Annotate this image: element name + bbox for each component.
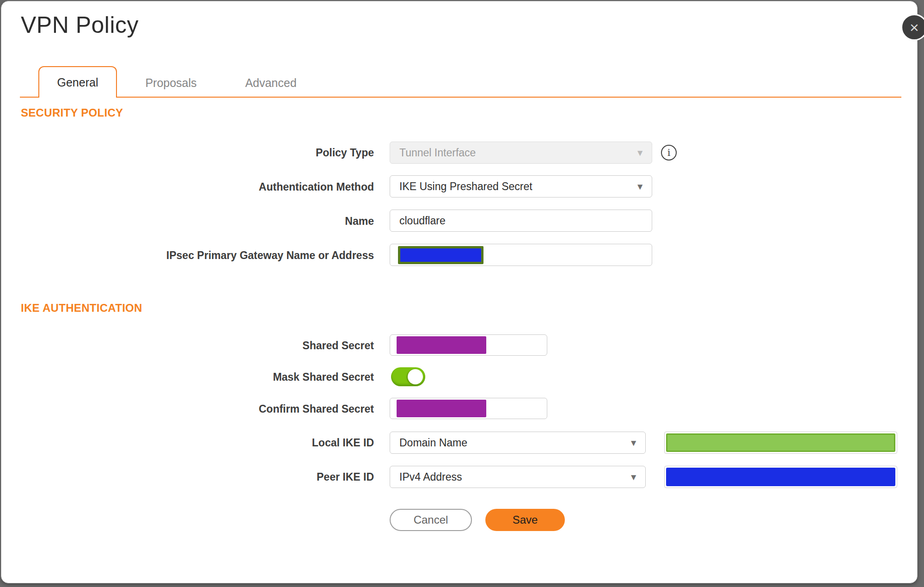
peer-ike-id-label: Peer IKE ID — [48, 471, 374, 483]
local-ike-id-value: Domain Name — [399, 437, 467, 449]
confirm-shared-secret-input[interactable] — [390, 398, 547, 419]
gateway-redaction-block — [398, 246, 483, 264]
gateway-input[interactable] — [390, 244, 652, 266]
chevron-down-icon: ▼ — [636, 148, 644, 157]
peer-ike-id-select[interactable]: IPv4 Address ▼ — [390, 466, 646, 488]
section-heading-ike-authentication: IKE AUTHENTICATION — [21, 302, 142, 315]
authentication-method-value: IKE Using Preshared Secret — [399, 180, 532, 193]
close-button[interactable]: × — [901, 14, 924, 41]
shared-secret-input[interactable] — [390, 334, 547, 356]
local-ike-id-label: Local IKE ID — [48, 437, 374, 449]
close-icon: × — [910, 19, 919, 35]
local-ike-id-redaction-block — [666, 433, 895, 452]
section-heading-security-policy: SECURITY POLICY — [21, 106, 123, 119]
cancel-button[interactable]: Cancel — [390, 509, 472, 531]
local-ike-id-value-input[interactable] — [664, 432, 897, 454]
name-input[interactable]: cloudflare — [390, 210, 652, 232]
authentication-method-label: Authentication Method — [48, 181, 374, 193]
tab-general-label: General — [57, 76, 98, 89]
chevron-down-icon: ▼ — [629, 473, 638, 482]
shared-secret-redaction-block — [397, 336, 486, 354]
vpn-policy-dialog: VPN Policy General Proposals Advanced SE… — [1, 1, 918, 583]
toggle-knob — [408, 369, 423, 384]
chevron-down-icon: ▼ — [629, 439, 638, 447]
tab-proposals[interactable]: Proposals — [143, 76, 199, 90]
chevron-down-icon: ▼ — [636, 182, 644, 191]
name-label: Name — [48, 215, 374, 227]
page-title: VPN Policy — [21, 12, 139, 38]
mask-shared-secret-label: Mask Shared Secret — [48, 371, 374, 383]
confirm-shared-secret-label: Confirm Shared Secret — [48, 403, 374, 415]
mask-shared-secret-toggle[interactable] — [391, 367, 425, 386]
policy-type-select: Tunnel Interface ▼ — [390, 142, 652, 164]
name-input-value: cloudflare — [399, 215, 446, 227]
confirm-shared-secret-redaction-block — [397, 400, 486, 417]
info-icon[interactable]: i — [661, 145, 677, 161]
authentication-method-select[interactable]: IKE Using Preshared Secret ▼ — [390, 175, 652, 198]
peer-ike-id-value: IPv4 Address — [399, 471, 462, 483]
peer-ike-id-redaction-block — [666, 468, 895, 486]
peer-ike-id-value-input[interactable] — [664, 466, 897, 488]
tabbar-underline — [20, 97, 901, 98]
policy-type-label: Policy Type — [48, 147, 374, 159]
info-icon-glyph: i — [667, 147, 671, 158]
local-ike-id-select[interactable]: Domain Name ▼ — [390, 432, 646, 454]
shared-secret-label: Shared Secret — [48, 340, 374, 352]
policy-type-value: Tunnel Interface — [399, 147, 476, 159]
gateway-label: IPsec Primary Gateway Name or Address — [48, 249, 374, 261]
save-button[interactable]: Save — [485, 509, 565, 531]
tab-advanced[interactable]: Advanced — [242, 76, 300, 90]
tab-general[interactable]: General — [38, 66, 117, 98]
